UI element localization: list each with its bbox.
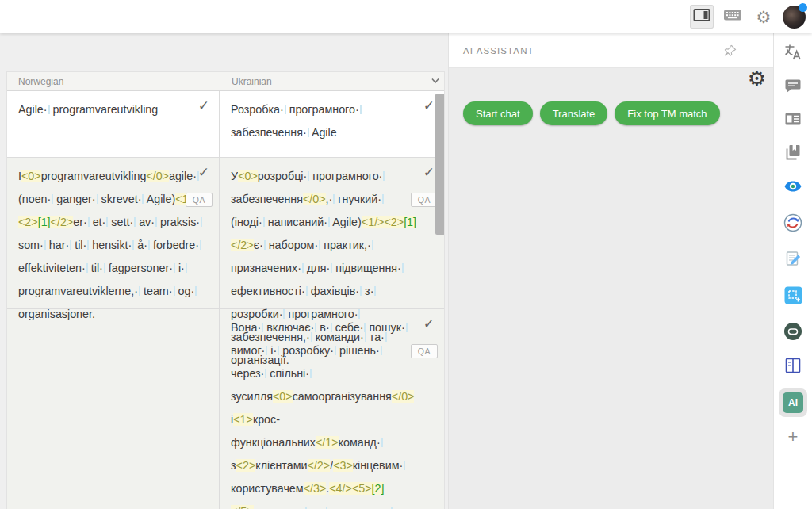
space-marker: · (169, 262, 175, 274)
space-marker: · (274, 344, 280, 357)
segment-table: Norwegian Ukrainian Agile· programvareut… (6, 71, 445, 509)
content-area: Norwegian Ukrainian Agile· programvareut… (0, 33, 812, 509)
table-header: Norwegian Ukrainian (7, 72, 444, 91)
space-marker: · (83, 216, 90, 228)
inline-tag: <1/> (362, 216, 385, 228)
space-marker: · (386, 505, 393, 509)
inline-tag: <5> (352, 482, 372, 495)
reference-marker: [2] (372, 482, 385, 495)
space-marker: · (297, 262, 304, 274)
space-marker: · (305, 367, 312, 380)
space-marker: · (169, 285, 175, 297)
inline-tag: </3> (304, 482, 327, 495)
space-marker: · (195, 239, 201, 251)
ai-action-button[interactable]: Start chat (463, 101, 533, 125)
space-marker: · (379, 170, 385, 182)
ai-panel-title: AI ASSISTANT (463, 46, 534, 55)
edit-note-icon[interactable] (774, 249, 812, 268)
space-marker: · (355, 285, 362, 297)
ai-assistant-icon[interactable]: AI (774, 388, 812, 417)
tm-card-icon[interactable] (774, 109, 812, 128)
space-marker: · (324, 216, 330, 228)
space-marker: · (190, 285, 197, 297)
reference-marker: [1] (38, 216, 51, 228)
inline-tag: <2> (18, 216, 38, 228)
ai-action-button[interactable]: Fix top TM match (615, 101, 719, 125)
preview-icon[interactable] (774, 177, 812, 196)
ai-assistant-label: AI (783, 392, 803, 413)
comments-icon[interactable] (774, 76, 812, 95)
ai-quick-actions: Start chat Translate Fix top TM match (463, 101, 720, 125)
inline-tag: </2> (231, 239, 254, 251)
space-marker: · (128, 239, 135, 251)
chevron-down-icon[interactable] (430, 75, 442, 88)
space-marker: · (355, 103, 362, 116)
target-cell[interactable]: Розробка· програмного· забезпечення· Agi… (220, 91, 444, 157)
ai-assistant-panel: AI ASSISTANT ⚙ Start chat Translate Fix … (448, 33, 773, 509)
panel-toggle-icon (693, 8, 710, 25)
panel-toggle-button[interactable] (690, 5, 714, 29)
add-icon[interactable]: + (774, 428, 812, 446)
qa-badge[interactable]: QA (411, 344, 438, 358)
source-cell[interactable]: Agile· programvareutvikling ✓ QA (7, 91, 220, 157)
space-marker: · (144, 239, 150, 251)
ai-action-button[interactable]: Translate (540, 101, 608, 125)
confirmed-check-icon[interactable]: ✓ (423, 98, 435, 114)
space-marker: · (129, 216, 136, 228)
target-column-header[interactable]: Ukrainian (220, 76, 435, 87)
space-marker: · (377, 436, 383, 449)
confirmed-check-icon[interactable]: ✓ (423, 164, 435, 181)
inline-tag: <1> (233, 413, 253, 426)
revisions-icon[interactable] (774, 212, 812, 233)
source-column-header[interactable]: Norwegian (7, 76, 220, 87)
space-marker: · (40, 239, 46, 251)
space-marker: · (82, 262, 88, 274)
space-marker: · (196, 216, 202, 228)
inline-tag: <0> (238, 170, 258, 182)
qa-badge[interactable]: QA (411, 193, 438, 207)
ai-settings-icon[interactable]: ⚙ (748, 68, 766, 89)
space-marker: · (397, 262, 404, 274)
table-row: Agile· programvareutvikling ✓ QA Розробк… (7, 91, 444, 158)
inline-tag: <2> (384, 216, 404, 228)
space-marker: · (303, 126, 309, 139)
space-marker: · (259, 239, 266, 251)
capture-icon[interactable] (774, 285, 812, 305)
source-cell[interactable]: ✓ QA (7, 309, 220, 509)
qa-badge[interactable]: QA (186, 193, 213, 207)
space-marker: · (377, 193, 384, 205)
translate-icon[interactable] (774, 43, 812, 62)
target-cell[interactable]: Вона· включає· в· себе· пошук· вимог· і·… (220, 309, 444, 509)
glossary-icon[interactable] (774, 143, 812, 162)
recorder-icon[interactable] (774, 321, 812, 342)
inline-tag: </5> (231, 505, 254, 509)
confirmed-check-icon[interactable]: ✓ (198, 164, 209, 181)
space-marker: · (330, 344, 336, 357)
split-view-icon[interactable] (774, 356, 812, 375)
ai-assistant-active-bg: AI (779, 388, 807, 417)
space-marker: · (360, 321, 366, 334)
gear-icon: ⚙ (756, 9, 772, 25)
segment-text: Вона· включає· в· себе· пошук· вимог· і·… (231, 316, 416, 509)
space-marker: · (92, 193, 98, 205)
keyboard-button[interactable] (721, 5, 745, 29)
confirmed-check-icon[interactable]: ✓ (198, 98, 209, 114)
inline-tag: </0> (146, 170, 169, 182)
space-marker: · (48, 193, 54, 205)
confirmed-check-icon[interactable]: ✓ (423, 316, 435, 332)
space-marker: · (138, 193, 144, 205)
target-cell[interactable]: У<0>розробці· програмного· забезпечення<… (220, 158, 444, 308)
avatar[interactable] (783, 6, 806, 29)
pin-icon[interactable] (724, 44, 737, 57)
scrollbar-thumb[interactable] (435, 94, 445, 235)
space-marker: · (99, 262, 105, 274)
space-marker: · (400, 459, 406, 472)
space-marker: · (261, 367, 267, 380)
space-marker: · (65, 239, 71, 251)
table-body: Agile· programvareutvikling ✓ QA Розробк… (7, 91, 444, 509)
space-marker: · (367, 239, 373, 251)
source-cell[interactable]: I<0>programvareutvikling</0>agile· (noen… (7, 158, 220, 308)
settings-button[interactable]: ⚙ (752, 5, 776, 29)
table-row: I<0>programvareutvikling</0>agile· (noen… (7, 158, 444, 309)
space-marker: · (259, 216, 265, 228)
